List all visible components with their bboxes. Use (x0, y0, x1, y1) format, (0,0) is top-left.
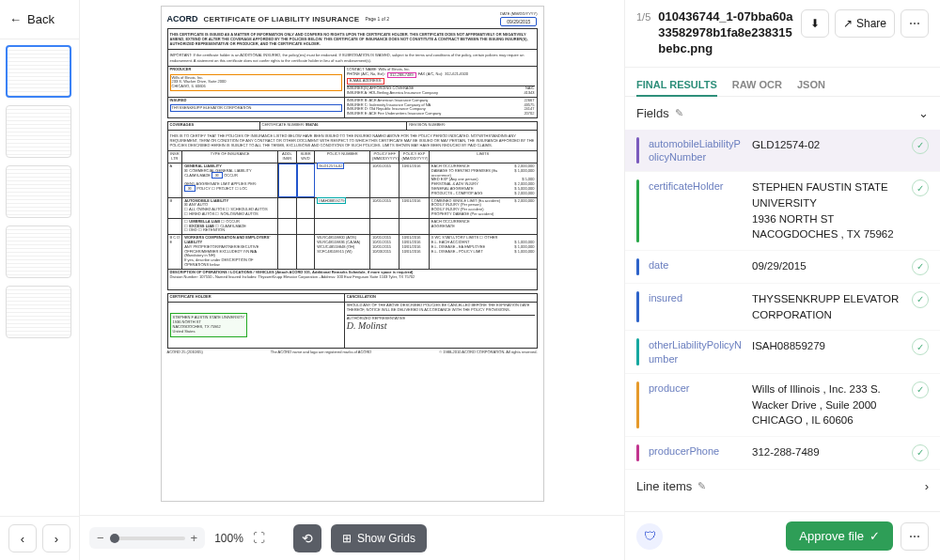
producer-block: Wills of Illinois, Inc. 233 S. Wacker Dr… (170, 74, 342, 91)
check-icon[interactable]: ✓ (912, 258, 929, 275)
certholder-label: CERTIFICATE HOLDER (170, 294, 212, 299)
field-row-date[interactable]: date 09/29/2015 ✓ (625, 251, 940, 284)
acord-logo: ACORD (167, 14, 198, 24)
check-icon[interactable]: ✓ (912, 338, 929, 355)
thumbnail-4[interactable] (6, 226, 71, 278)
coverages-blurb: THIS IS TO CERTIFY THAT THE POLICIES OF … (168, 132, 537, 149)
document-page: ACORD CERTIFICATE OF LIABILITY INSURANCE… (161, 6, 544, 502)
thumbnail-1[interactable] (6, 45, 71, 98)
next-page-button[interactable] (42, 524, 70, 552)
producer-label: PRODUCER (170, 67, 192, 71)
field-key: certificateHolder (649, 179, 743, 193)
more-icon: ⋯ (909, 17, 920, 30)
document-viewport[interactable]: ACORD CERTIFICATE OF LIABILITY INSURANCE… (80, 0, 624, 515)
field-row-auto-policy[interactable]: automobileLiabilityPolicyNumber GLD12574… (625, 130, 940, 173)
chevron-left-icon (21, 532, 24, 546)
thumbnail-strip (0, 39, 79, 516)
download-button[interactable]: ⬇ (801, 9, 829, 38)
chevron-right-icon (925, 479, 929, 493)
fields-list: automobileLiabilityPolicyNumber GLD12574… (625, 130, 940, 511)
certholder-block: STEPHEN F AUSTIN STATE UNIVERSITY1936 NO… (170, 313, 248, 336)
tab-final-results[interactable]: FINAL RESULTS (636, 73, 717, 96)
field-value: THYSSENKRUPP ELEVATOR CORPORATION (752, 291, 902, 322)
zoom-slider[interactable] (110, 537, 185, 540)
grid-label: Show Grids (357, 532, 415, 545)
download-icon: ⬇ (810, 17, 820, 30)
thumbnail-2[interactable] (6, 105, 71, 158)
field-key: otherLiabilityPolicyNumber (649, 338, 743, 366)
field-row-other-policy[interactable]: otherLiabilityPolicyNumber ISAH08859279 … (625, 331, 940, 374)
edit-lineitems-icon[interactable]: ✎ (697, 480, 706, 492)
fields-title: Fields (636, 106, 669, 120)
more-button[interactable]: ⋯ (901, 9, 929, 38)
tab-raw-ocr[interactable]: RAW OCR (732, 73, 782, 96)
field-row-insured[interactable]: insured THYSSENKRUPP ELEVATOR CORPORATIO… (625, 284, 940, 331)
shield-icon: 🛡 (636, 523, 663, 550)
field-row-producer[interactable]: producer Wills of Illinois , Inc. 233 S.… (625, 374, 940, 437)
check-icon: ✓ (870, 529, 880, 543)
field-value: 312-288-7489 (752, 444, 902, 460)
fullscreen-button[interactable]: ⛶ (253, 531, 265, 545)
page-count: Page 1 of 2 (365, 16, 389, 22)
field-value: Wills of Illinois , Inc. 233 S. Wacker D… (752, 381, 902, 428)
doc-title: CERTIFICATE OF LIABILITY INSURANCE (204, 15, 360, 24)
zoom-level: 100% (214, 532, 243, 545)
viewer-toolbar: − + 100% ⛶ ⟲ ⊞ Show Grids (80, 515, 624, 560)
lineitems-title: Line items (636, 479, 692, 493)
zoom-in-button[interactable]: + (191, 531, 198, 545)
prev-page-button[interactable] (8, 524, 37, 552)
email-hl: E-MAIL ADDRESS: (347, 78, 385, 85)
back-button[interactable]: ← Back (0, 0, 79, 39)
insured-label: INSURED (170, 98, 187, 102)
field-row-certificate-holder[interactable]: certificateHolder STEPHEN FAUSTIN STATE … (625, 172, 940, 251)
thumbnail-3[interactable] (6, 165, 71, 218)
field-value: STEPHEN FAUSTIN STATE UNIVERSITY 1936 NO… (752, 179, 902, 242)
share-button[interactable]: ↗ Share (835, 9, 895, 38)
color-bar (636, 137, 639, 164)
insured-block: THYSSENKRUPP ELEVATOR CORPORATION (170, 104, 342, 113)
footer-more-button[interactable]: ⋯ (901, 522, 929, 551)
fields-section-header[interactable]: Fields ✎ (625, 97, 940, 130)
field-value: ISAH08859279 (752, 338, 902, 354)
share-label: Share (856, 17, 886, 30)
rotate-button[interactable]: ⟲ (293, 524, 321, 552)
file-name: 010436744_1-07bba60a33582978b1fa8e238315… (658, 9, 793, 57)
disclaimer-2: IMPORTANT: If the certificate holder is … (168, 52, 537, 63)
page-indicator: 1/5 (636, 11, 650, 23)
field-key: automobileLiabilityPolicyNumber (649, 137, 743, 164)
field-row-producer-phone[interactable]: producerPhone 312-288-7489 ✓ (625, 437, 940, 470)
field-value: GLD12574-02 (752, 137, 902, 153)
field-key: producer (649, 381, 743, 395)
disclaimer-1: THIS CERTIFICATE IS ISSUED AS A MATTER O… (168, 31, 537, 48)
phone-hl: 312-288-7489 (387, 72, 416, 79)
grid-icon: ⊞ (342, 532, 352, 545)
signature: D. Molinst (347, 320, 535, 332)
lineitems-section-header[interactable]: Line items ✎ (625, 470, 940, 503)
check-icon[interactable]: ✓ (912, 291, 929, 308)
check-icon[interactable]: ✓ (912, 381, 929, 398)
chevron-right-icon (55, 532, 58, 546)
field-value: 09/29/2015 (752, 258, 902, 274)
check-icon[interactable]: ✓ (912, 179, 929, 196)
arrow-left-icon: ← (9, 12, 22, 26)
check-icon[interactable]: ✓ (912, 444, 929, 461)
edit-fields-icon[interactable]: ✎ (675, 107, 683, 119)
field-key: producerPhone (649, 444, 743, 458)
field-key: insured (649, 291, 743, 304)
approve-label: Approve file (799, 529, 864, 543)
tab-json[interactable]: JSON (797, 73, 825, 96)
field-key: date (649, 258, 743, 272)
check-icon[interactable]: ✓ (912, 137, 929, 154)
show-grids-button[interactable]: ⊞ Show Grids (331, 524, 427, 552)
coverages-label: COVERAGES (170, 122, 195, 127)
chevron-down-icon (918, 106, 929, 120)
thumbnail-5[interactable] (6, 286, 71, 338)
share-icon: ↗ (843, 17, 853, 30)
approve-file-button[interactable]: Approve file ✓ (786, 521, 893, 551)
doc-date: 09/29/2015 (500, 17, 537, 26)
more-icon: ⋯ (909, 530, 920, 543)
zoom-out-button[interactable]: − (97, 531, 104, 545)
back-label: Back (27, 12, 55, 26)
